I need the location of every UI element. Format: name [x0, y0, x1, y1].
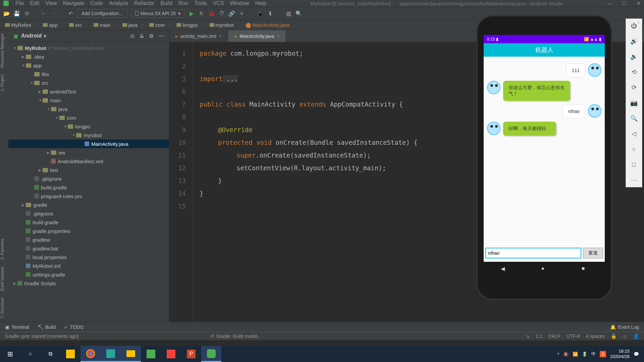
menu-build[interactable]: Build [161, 0, 173, 6]
tree-item[interactable]: ▶gradle [8, 200, 169, 209]
tree-item[interactable]: AndroidManifest.xml [8, 157, 169, 166]
tray-mute-icon[interactable]: 🔇 [563, 352, 569, 357]
rotate-right-icon[interactable]: ⟳ [630, 83, 638, 92]
terminal-tab[interactable]: ▣ Terminal [5, 324, 29, 330]
tab-activity-main[interactable]: ▸activity_main.xml× [169, 30, 228, 42]
event-log-tab[interactable]: 🔔 Event Log [610, 324, 639, 330]
menu-tools[interactable]: Tools [194, 0, 207, 6]
send-button[interactable]: 发送 [583, 248, 603, 258]
menu-file[interactable]: File [15, 0, 24, 6]
menu-window[interactable]: Window [230, 0, 249, 6]
taskbar-chrome[interactable] [80, 346, 101, 362]
breadcrumb-item[interactable]: app [43, 22, 57, 28]
tree-item[interactable]: local.properties [8, 253, 169, 261]
settings-icon[interactable]: ⚙ [149, 33, 154, 39]
close-icon[interactable]: ✕ [637, 20, 640, 25]
tree-item[interactable]: libs [8, 70, 169, 78]
taskbar-app[interactable] [101, 346, 121, 362]
menu-code[interactable]: Code [90, 0, 103, 6]
tree-item[interactable]: .gitignore [8, 174, 169, 183]
menu-navigate[interactable]: Navigate [63, 0, 84, 6]
rail-structure[interactable]: 7: Structure [0, 298, 8, 318]
more-icon[interactable]: ⋯ [630, 176, 638, 184]
hide-icon[interactable]: — [159, 33, 164, 39]
open-icon[interactable]: 📂 [3, 10, 10, 17]
rail-project[interactable]: 1: Project [0, 74, 8, 92]
taskbar-explorer[interactable] [121, 346, 141, 362]
start-button[interactable]: ⊞ [0, 346, 20, 362]
tree-item[interactable]: ▶res [8, 148, 169, 157]
forward-icon[interactable]: → [50, 10, 57, 17]
back-nav-icon[interactable]: ◀ [501, 265, 507, 272]
chevron-down-icon[interactable]: ▾ [44, 33, 46, 39]
tree-item[interactable]: ▼java [8, 105, 169, 113]
tree-item[interactable]: proguard-rules.pro [8, 192, 169, 200]
close-icon[interactable]: × [277, 34, 279, 39]
taskbar-app[interactable] [161, 346, 181, 362]
recent-nav-icon[interactable]: ■ [582, 265, 588, 272]
target-icon[interactable]: ⊙ [130, 33, 135, 39]
debug-icon[interactable]: 🐞 [208, 10, 215, 17]
tree-item[interactable]: gradle.properties [8, 227, 169, 235]
tree-item-selected[interactable]: MainActivity.java [8, 139, 169, 148]
close-button[interactable]: ✕ [637, 1, 641, 6]
breadcrumb-item[interactable]: main [94, 22, 111, 28]
menu-refactor[interactable]: Refactor [134, 0, 154, 6]
zoom-icon[interactable]: 🔍 [630, 114, 638, 123]
sync-icon[interactable]: ⟳ [23, 10, 30, 17]
tab-mainactivity[interactable]: ●MainActivity.java× [228, 30, 286, 42]
taskbar-app[interactable] [60, 346, 80, 362]
rail-resource-manager[interactable]: Resource Manager [0, 34, 8, 68]
menu-run[interactable]: Run [178, 0, 188, 6]
lock-icon[interactable]: 🔓 [611, 334, 616, 339]
tree-item[interactable]: ▼longpo [8, 122, 169, 131]
message-input[interactable] [485, 248, 581, 258]
menu-edit[interactable]: Edit [30, 0, 40, 6]
layout-icon[interactable]: ▥ [285, 10, 292, 17]
profiler-icon[interactable]: 👤 [633, 334, 639, 339]
tray-battery-icon[interactable]: 🔋 [582, 352, 587, 357]
rerun-icon[interactable]: ↻ [198, 10, 205, 17]
profile-icon[interactable]: ⏱ [218, 10, 225, 17]
collapse-icon[interactable]: ⇊ [140, 33, 144, 39]
breadcrumb-item[interactable]: myrobot [210, 22, 234, 28]
rail-favorites[interactable]: 2: Favorites [0, 239, 8, 260]
tree-item[interactable]: ▶.idea [8, 52, 169, 61]
taskbar-androidstudio[interactable] [201, 346, 221, 362]
encoding[interactable]: UTF-8 [567, 334, 580, 339]
avd-icon[interactable]: 📱 [257, 10, 264, 17]
run-icon[interactable]: ▶ [188, 10, 195, 17]
volume-down-icon[interactable]: 🔉 [630, 52, 638, 61]
tree-item[interactable]: gradlew [8, 235, 169, 244]
save-icon[interactable]: 💾 [13, 10, 20, 17]
tray-wifi-icon[interactable]: 📶 [573, 352, 578, 357]
home-icon[interactable]: ○ [630, 145, 638, 154]
line-separator[interactable]: CRLF [548, 334, 560, 339]
tree-item[interactable]: ▶Gradle Scripts [8, 279, 169, 288]
chat-area[interactable]: 111 你这么可爱，谁忍心惹你生气！ nihao 好啊，每天都很好。 [484, 57, 605, 238]
menu-help[interactable]: Help [255, 0, 266, 6]
tree-item[interactable]: ▼myrobot [8, 131, 169, 139]
tree-item[interactable]: ▼app [8, 61, 169, 70]
tray-clock[interactable]: 16:15 2020/4/26 [610, 349, 630, 359]
tree-item[interactable]: MyRobot.iml [8, 261, 169, 270]
taskbar-app[interactable] [141, 346, 161, 362]
minimize-button[interactable]: — [607, 1, 612, 6]
breadcrumb-item[interactable]: longpo [176, 22, 198, 28]
tree-item[interactable]: ▼main [8, 96, 169, 105]
breadcrumb-item[interactable]: ⬤ MainActivity.java [246, 22, 290, 28]
breadcrumb-item[interactable]: java [122, 22, 138, 28]
maximize-button[interactable]: ☐ [622, 1, 627, 6]
menu-analyze[interactable]: Analyze [109, 0, 128, 6]
close-icon[interactable]: × [219, 34, 222, 39]
attach-icon[interactable]: 🔗 [228, 10, 235, 17]
home-nav-icon[interactable]: ● [541, 265, 547, 272]
minimize-icon[interactable]: — [631, 20, 635, 25]
rail-build-variants[interactable]: Build Variants [0, 266, 8, 291]
menu-vcs[interactable]: VCS [213, 0, 224, 6]
tree-item[interactable]: settings.gradle [8, 270, 169, 279]
device-select[interactable]: Nexus 5X API 25 ▾ [131, 9, 185, 18]
tree-item[interactable]: ▶test [8, 166, 169, 174]
search-icon[interactable]: 🔍 [296, 10, 302, 17]
breadcrumb-item[interactable]: MyRobot [5, 22, 31, 28]
